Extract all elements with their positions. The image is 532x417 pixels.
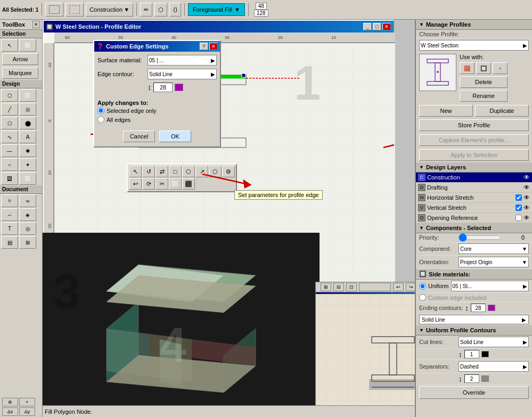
toolbar-btn-5[interactable]: ⟨⟩ [169,3,181,17]
design-tool-8[interactable]: A [19,130,36,143]
uniform-contours-header[interactable]: ▼ Uniform Profile Contours [416,325,532,336]
doc-tool-4[interactable]: ◈ [19,208,36,221]
float-tool-11[interactable]: ✂ [155,178,168,190]
tool-2[interactable]: ⬜ [19,39,36,52]
components-header[interactable]: ▼ Components - Selected [416,223,532,233]
separators-dropdown[interactable]: Dashed ▶ [459,361,529,372]
ces-help[interactable]: ? [200,43,208,50]
uniform-radio[interactable] [419,283,426,290]
toolbar-btn-4[interactable]: ⬡ [154,3,167,17]
float-tool-1[interactable]: ↖ [129,166,142,177]
minimize-btn[interactable]: _ [363,23,372,30]
ok-button[interactable]: OK [159,130,191,142]
mini-scroll[interactable] [359,283,391,291]
layer-openref-eye[interactable]: 👁 [523,214,530,222]
maximize-btn[interactable]: □ [373,23,381,30]
delete-btn[interactable]: Delete [460,76,508,88]
mini-tool-4[interactable]: ↩ [393,283,404,291]
layer-hstretch-eye[interactable]: 👁 [523,194,530,201]
radio-selected-input[interactable] [97,107,104,114]
layer-construction[interactable]: C Construction 👁 [416,173,532,183]
design-tool-4[interactable]: ◎ [19,103,36,116]
use-with-btn-3[interactable]: 🔹 [493,62,508,74]
mini-tool-5[interactable]: ↪ [406,283,415,291]
float-tool-10[interactable]: ⟳ [142,178,155,190]
radio-all-input[interactable] [97,116,104,123]
float-tool-13[interactable]: ⬛ [182,178,195,190]
color-picker-purple[interactable] [175,84,183,91]
cut-thickness-input[interactable] [464,350,479,358]
doc-tool-6[interactable]: ◎ [19,222,36,235]
layer-openref[interactable]: O Opening Reference 👁 [416,213,532,223]
use-with-btn-1[interactable]: 🧱 [460,62,474,74]
duplicate-btn[interactable]: Duplicate [475,105,529,117]
sep-color-swatch[interactable] [481,375,489,382]
manage-profiles-header[interactable]: ▼ Manage Profiles [416,20,532,30]
edge-contour-dropdown[interactable]: Solid Line ▶ [148,69,217,79]
apply-selection-btn[interactable]: Apply to Selection [419,149,529,161]
design-layers-header[interactable]: ▼ Design Layers [416,162,532,173]
coord-btn-4[interactable]: Δy [19,407,35,416]
profile-editor-titlebar[interactable]: 🔲 W Steel Section - Profile Editor _ □ ✕ [44,21,393,32]
ending-value-input[interactable] [471,304,486,312]
coord-btn-3[interactable]: Δx [2,407,18,416]
design-tool-6[interactable]: ⬤ [19,117,36,129]
float-tool-7[interactable]: ⬡ [209,166,222,177]
surface-material-dropdown[interactable]: 05 | ... ▶ [148,55,217,66]
design-tool-12[interactable]: ✦ [19,158,36,171]
coord-btn-1[interactable]: ⊕ [2,398,18,406]
float-tool-4[interactable]: □ [169,166,182,177]
store-profile-btn[interactable]: Store Profile [419,119,529,131]
design-tool-5[interactable]: ⬡ [1,117,18,129]
float-tool-9[interactable]: ↩ [129,178,142,190]
design-tool-1[interactable]: ⬡ [1,89,18,102]
design-tool-3[interactable]: ╱ [1,103,18,116]
thickness-input[interactable]: 28 [153,83,173,92]
cut-lines-dropdown[interactable]: Solid Line ▶ [459,337,529,347]
doc-tool-2[interactable]: ∞ [19,194,36,207]
design-tool-7[interactable]: ∿ [1,130,18,143]
use-with-btn-2[interactable]: 🔲 [476,62,491,74]
marquee-btn[interactable]: Marquee [2,67,38,79]
layer-construction-eye[interactable]: 👁 [523,174,530,181]
solid-line-btn[interactable]: Solid Line ▶ [419,315,529,324]
override-btn[interactable]: Override [419,386,529,399]
float-tool-8[interactable]: ⚙ [222,166,235,177]
float-tool-2[interactable]: ↺ [142,166,155,177]
doc-tool-3[interactable]: ↔ [1,208,18,221]
toolbox-close[interactable]: ✕ [32,21,40,28]
design-tool-2[interactable]: ⬜ [19,89,36,102]
design-tool-13[interactable]: 🖼 [1,172,18,185]
design-tool-11[interactable]: ○ [1,158,18,171]
radio-selected[interactable]: Selected edge only [97,107,217,114]
mini-tool-3[interactable]: ⊡ [346,283,357,291]
construction-btn[interactable]: Construction ▼ [86,3,133,17]
float-tool-3[interactable]: ⇄ [155,166,168,177]
float-tool-5[interactable]: ⬡ [182,166,195,177]
layer-drafting[interactable]: D Drafting 👁 [416,183,532,193]
uniform-material-dropdown[interactable]: 05 | St... ▶ [451,281,529,291]
ces-titlebar[interactable]: ❓ Custom Edge Settings ? ✕ [94,41,220,52]
layer-vstretch-eye[interactable]: 👁 [523,204,530,211]
coord-btn-2[interactable]: + [19,398,35,406]
cut-color-swatch[interactable] [481,351,489,357]
design-tool-9[interactable]: — [1,144,18,157]
mini-tool-2[interactable]: ⊟ [333,283,344,291]
design-tool-10[interactable]: ✱ [19,144,36,157]
close-btn[interactable]: ✕ [382,23,391,30]
radio-all[interactable]: All edges [97,116,217,123]
component-dropdown[interactable]: Core ▼ [459,243,529,254]
layer-drafting-eye[interactable]: 👁 [523,184,530,191]
capture-btn[interactable]: Capture Element's profile... [419,134,529,146]
doc-tool-1[interactable]: ⌗ [1,194,18,207]
ending-color-swatch[interactable] [488,305,495,311]
float-tool-6[interactable]: ↗ [195,166,208,177]
rename-btn[interactable]: Rename [460,90,508,102]
layer-openref-check[interactable] [515,215,522,221]
toolbar-btn-1[interactable] [45,3,63,17]
priority-slider[interactable] [459,235,501,240]
layer-hstretch[interactable]: H Horizontal Stretch 👁 [416,193,532,203]
foreground-fill-btn[interactable]: Foreground Fill ▼ [188,3,245,16]
profile-name-dropdown[interactable]: W Steel Section ▶ [419,40,529,51]
new-btn[interactable]: New [419,105,473,117]
